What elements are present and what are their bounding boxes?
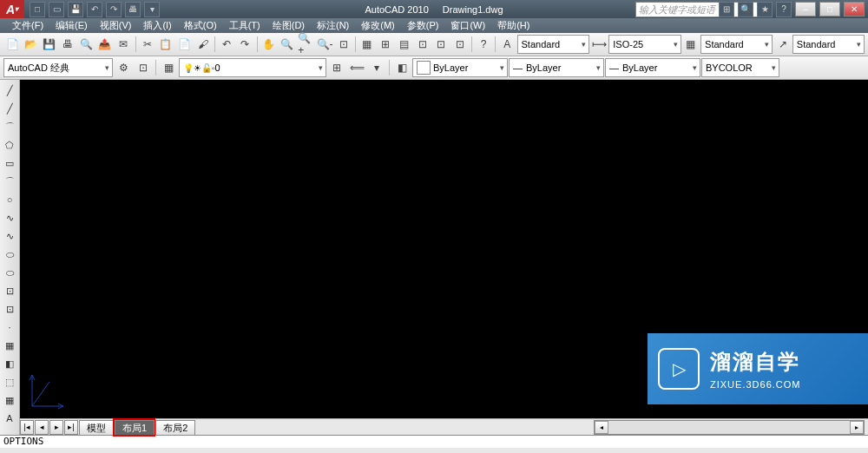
help-icon[interactable]: ? bbox=[475, 35, 492, 54]
help-icon[interactable]: ? bbox=[776, 2, 792, 17]
tab-layout2[interactable]: 布局2 bbox=[155, 420, 195, 435]
infocenter-icon[interactable]: ⊞ bbox=[719, 2, 734, 17]
print-icon[interactable]: 🖶 bbox=[59, 35, 76, 54]
command-line[interactable]: OPTIONS bbox=[0, 435, 868, 448]
tab-nav-last[interactable]: ▸| bbox=[64, 420, 78, 435]
dim-style-dropdown[interactable]: ISO-25 bbox=[608, 35, 681, 54]
copy-icon[interactable]: 📋 bbox=[157, 35, 174, 54]
save-icon[interactable]: 💾 bbox=[41, 35, 58, 54]
line-icon[interactable]: ╱ bbox=[1, 82, 18, 99]
color-icon[interactable]: ◧ bbox=[392, 58, 411, 77]
menu-view[interactable]: 视图(V) bbox=[95, 18, 137, 33]
text-style-dropdown[interactable]: Standard bbox=[517, 35, 589, 54]
multileader-style-icon[interactable]: ↗ bbox=[773, 35, 791, 54]
workspace-settings-icon[interactable]: ⚙ bbox=[114, 58, 133, 77]
arc-icon[interactable]: ⌒ bbox=[1, 173, 18, 190]
favorites-icon[interactable]: ★ bbox=[757, 2, 773, 17]
open-icon[interactable]: 📂 bbox=[22, 35, 39, 54]
dim-style-icon[interactable]: ⟼ bbox=[590, 35, 608, 54]
calc-icon[interactable]: ⊡ bbox=[451, 35, 469, 54]
rectangle-icon[interactable]: ▭ bbox=[1, 154, 18, 172]
menu-help[interactable]: 帮助(H) bbox=[492, 18, 535, 33]
qat-new-icon[interactable]: □ bbox=[30, 2, 45, 17]
insert-icon[interactable]: ⊡ bbox=[1, 282, 18, 299]
search-icon[interactable]: 🔍 bbox=[738, 2, 753, 17]
menu-file[interactable]: 文件(F) bbox=[7, 18, 49, 33]
menu-edit[interactable]: 编辑(E) bbox=[50, 18, 93, 33]
polyline-icon[interactable]: ⌒ bbox=[1, 118, 18, 135]
zoom-realtime-icon[interactable]: 🔍 bbox=[279, 35, 296, 54]
pan-icon[interactable]: ✋ bbox=[260, 35, 277, 54]
match-icon[interactable]: 🖌 bbox=[194, 35, 212, 54]
workspace-save-icon[interactable]: ⊡ bbox=[134, 58, 153, 77]
qat-undo-icon[interactable]: ↶ bbox=[87, 2, 102, 17]
horizontal-scrollbar[interactable]: ◂ ▸ bbox=[594, 420, 865, 435]
tab-model[interactable]: 模型 bbox=[79, 420, 114, 435]
publish-icon[interactable]: 📤 bbox=[96, 35, 114, 54]
zoom-out-icon[interactable]: 🔍- bbox=[316, 35, 334, 54]
cut-icon[interactable]: ✂ bbox=[138, 35, 155, 54]
preview-icon[interactable]: 🔍 bbox=[77, 35, 95, 54]
spline-icon[interactable]: ∿ bbox=[1, 227, 18, 245]
layer-match-icon[interactable]: ⊞ bbox=[327, 58, 346, 77]
layer-properties-icon[interactable]: ▦ bbox=[159, 58, 178, 77]
multileader-style-dropdown[interactable]: Standard bbox=[792, 35, 865, 54]
drawing-canvas[interactable]: ▷ 溜溜自学 ZIXUE.3D66.COM bbox=[20, 80, 868, 418]
tab-layout1[interactable]: 布局1 bbox=[115, 420, 155, 435]
ellipse-icon[interactable]: ⬭ bbox=[1, 246, 18, 263]
layer-prev-icon[interactable]: ⟸ bbox=[347, 58, 366, 77]
menu-draw[interactable]: 绘图(D) bbox=[267, 18, 310, 33]
sheet-icon[interactable]: ⊡ bbox=[414, 35, 431, 54]
table-icon[interactable]: ▦ bbox=[1, 391, 18, 409]
toolpalette-icon[interactable]: ▤ bbox=[396, 35, 413, 54]
designcenter-icon[interactable]: ⊞ bbox=[377, 35, 394, 54]
table-style-icon[interactable]: ▦ bbox=[682, 35, 700, 54]
scroll-left-icon[interactable]: ◂ bbox=[595, 421, 608, 434]
zoom-window-icon[interactable]: ⊡ bbox=[335, 35, 352, 54]
block-icon[interactable]: ⊡ bbox=[1, 300, 18, 318]
menu-tools[interactable]: 工具(T) bbox=[224, 18, 266, 33]
mtext-icon[interactable]: A bbox=[1, 410, 18, 427]
zoom-in-icon[interactable]: 🔍+ bbox=[297, 35, 314, 54]
lineweight-dropdown[interactable]: —ByLayer bbox=[605, 58, 700, 77]
new-icon[interactable]: 📄 bbox=[3, 35, 21, 54]
close-button[interactable]: ✕ bbox=[844, 2, 865, 16]
menu-dimension[interactable]: 标注(N) bbox=[312, 18, 354, 33]
tab-nav-first[interactable]: |◂ bbox=[20, 420, 34, 435]
circle-icon[interactable]: ○ bbox=[1, 191, 18, 208]
paste-icon[interactable]: 📄 bbox=[175, 35, 193, 54]
workspace-dropdown[interactable]: AutoCAD 经典 bbox=[3, 58, 113, 77]
ellipse-arc-icon[interactable]: ⬭ bbox=[1, 264, 18, 281]
menu-parametric[interactable]: 参数(P) bbox=[402, 18, 444, 33]
qat-dropdown-icon[interactable]: ▾ bbox=[144, 2, 160, 17]
qat-print-icon[interactable]: 🖶 bbox=[125, 2, 141, 17]
gradient-icon[interactable]: ◧ bbox=[1, 355, 18, 372]
scroll-right-icon[interactable]: ▸ bbox=[850, 421, 864, 434]
region-icon[interactable]: ⬚ bbox=[1, 373, 18, 391]
menu-format[interactable]: 格式(O) bbox=[179, 18, 222, 33]
menu-insert[interactable]: 插入(I) bbox=[138, 18, 176, 33]
xline-icon[interactable]: ╱ bbox=[1, 100, 18, 117]
maximize-button[interactable]: □ bbox=[819, 2, 840, 16]
tab-nav-prev[interactable]: ◂ bbox=[35, 420, 49, 435]
menu-modify[interactable]: 修改(M) bbox=[356, 18, 400, 33]
menu-window[interactable]: 窗口(W) bbox=[445, 18, 490, 33]
markup-icon[interactable]: ⊡ bbox=[432, 35, 450, 54]
send-icon[interactable]: ✉ bbox=[115, 35, 132, 54]
color-dropdown[interactable]: ByLayer bbox=[412, 58, 508, 77]
redo-icon[interactable]: ↷ bbox=[236, 35, 253, 54]
point-icon[interactable]: · bbox=[1, 318, 18, 336]
scroll-track[interactable] bbox=[608, 421, 850, 434]
linetype-dropdown[interactable]: —ByLayer bbox=[509, 58, 604, 77]
polygon-icon[interactable]: ⬠ bbox=[1, 136, 18, 154]
plotstyle-dropdown[interactable]: BYCOLOR bbox=[701, 58, 779, 77]
layer-state-icon[interactable]: ▾ bbox=[367, 58, 386, 77]
layer-dropdown[interactable]: 💡☀🔓▫ 0 bbox=[179, 58, 326, 77]
undo-icon[interactable]: ↶ bbox=[218, 35, 235, 54]
hatch-icon[interactable]: ▦ bbox=[1, 337, 18, 354]
tab-nav-next[interactable]: ▸ bbox=[49, 420, 63, 435]
table-style-dropdown[interactable]: Standard bbox=[700, 35, 773, 54]
qat-save-icon[interactable]: 💾 bbox=[68, 2, 83, 17]
properties-icon[interactable]: ▦ bbox=[358, 35, 376, 54]
revcloud-icon[interactable]: ∿ bbox=[1, 209, 18, 226]
